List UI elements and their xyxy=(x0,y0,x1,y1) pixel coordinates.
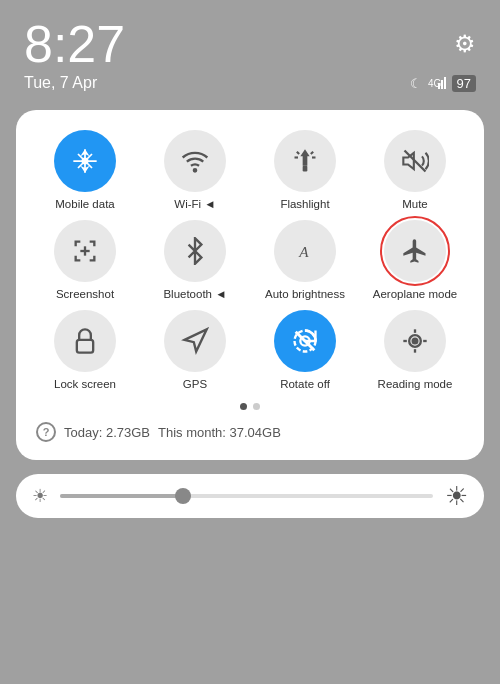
tile-mute[interactable]: Mute xyxy=(362,130,468,212)
flashlight-label: Flashlight xyxy=(280,198,329,212)
moon-icon: ☾ xyxy=(410,76,422,91)
lock-screen-icon xyxy=(54,310,116,372)
svg-point-5 xyxy=(194,169,196,171)
dot-1 xyxy=(240,403,247,410)
svg-point-23 xyxy=(413,338,418,343)
svg-marker-18 xyxy=(185,329,207,351)
today-usage: Today: 2.73GB xyxy=(64,425,150,440)
bluetooth-label: Bluetooth ◄ xyxy=(163,288,226,302)
time-display: 8:27 xyxy=(24,18,125,70)
svg-text:A: A xyxy=(298,243,309,260)
data-usage-icon: ? xyxy=(36,422,56,442)
tile-rotate-off[interactable]: Rotate off xyxy=(252,310,358,392)
tile-lock-screen[interactable]: Lock screen xyxy=(32,310,138,392)
tile-flashlight[interactable]: Flashlight xyxy=(252,130,358,212)
aeroplane-mode-label: Aeroplane mode xyxy=(373,288,457,302)
svg-line-8 xyxy=(297,152,299,154)
mute-icon xyxy=(384,130,446,192)
signal-icon: 4G xyxy=(428,75,446,92)
brightness-thumb xyxy=(175,488,191,504)
gps-label: GPS xyxy=(183,378,207,392)
tile-wifi[interactable]: Wi-Fi ◄ xyxy=(142,130,248,212)
tile-auto-brightness[interactable]: A Auto brightness xyxy=(252,220,358,302)
quick-panel: Mobile data Wi-Fi ◄ xyxy=(16,110,484,460)
rotate-off-label: Rotate off xyxy=(280,378,330,392)
dot-2 xyxy=(253,403,260,410)
reading-mode-icon xyxy=(384,310,446,372)
svg-rect-7 xyxy=(303,166,308,172)
svg-marker-6 xyxy=(300,149,309,165)
wifi-icon xyxy=(164,130,226,192)
aeroplane-mode-icon xyxy=(384,220,446,282)
tile-mobile-data[interactable]: Mobile data xyxy=(32,130,138,212)
brightness-track[interactable] xyxy=(60,494,433,498)
auto-brightness-icon: A xyxy=(274,220,336,282)
mute-label: Mute xyxy=(402,198,428,212)
data-usage: ? Today: 2.73GB This month: 37.04GB xyxy=(32,418,468,446)
svg-line-13 xyxy=(405,151,426,172)
mobile-data-label: Mobile data xyxy=(55,198,114,212)
bluetooth-icon xyxy=(164,220,226,282)
auto-brightness-label: Auto brightness xyxy=(265,288,345,302)
reading-mode-label: Reading mode xyxy=(378,378,453,392)
tile-bluetooth[interactable]: Bluetooth ◄ xyxy=(142,220,248,302)
battery-icon: 97 xyxy=(452,75,476,92)
svg-line-9 xyxy=(311,152,313,154)
wifi-label: Wi-Fi ◄ xyxy=(174,198,215,212)
page-dots xyxy=(32,403,468,410)
tile-reading-mode[interactable]: Reading mode xyxy=(362,310,468,392)
status-bar: 8:27 ⚙ Tue, 7 Apr ☾ 4G 97 xyxy=(0,0,500,100)
brightness-low-icon: ☀ xyxy=(32,485,48,507)
svg-rect-3 xyxy=(444,77,446,89)
mobile-data-icon xyxy=(54,130,116,192)
tile-aeroplane-mode[interactable]: Aeroplane mode xyxy=(362,220,468,302)
tile-gps[interactable]: GPS xyxy=(142,310,248,392)
screenshot-icon xyxy=(54,220,116,282)
status-icons: ☾ 4G 97 xyxy=(410,75,476,92)
rotate-off-icon xyxy=(274,310,336,372)
brightness-fill xyxy=(60,494,191,498)
month-usage: This month: 37.04GB xyxy=(158,425,281,440)
svg-rect-1 xyxy=(438,83,440,89)
brightness-bar[interactable]: ☀ ☀ xyxy=(16,474,484,518)
lock-screen-label: Lock screen xyxy=(54,378,116,392)
gps-icon xyxy=(164,310,226,372)
flashlight-icon xyxy=(274,130,336,192)
tile-screenshot[interactable]: Screenshot xyxy=(32,220,138,302)
tiles-grid: Mobile data Wi-Fi ◄ xyxy=(32,130,468,391)
svg-rect-2 xyxy=(441,80,443,89)
date-display: Tue, 7 Apr xyxy=(24,74,97,92)
brightness-high-icon: ☀ xyxy=(445,481,468,512)
svg-rect-17 xyxy=(77,339,93,352)
screenshot-label: Screenshot xyxy=(56,288,114,302)
gear-icon[interactable]: ⚙ xyxy=(454,30,476,58)
